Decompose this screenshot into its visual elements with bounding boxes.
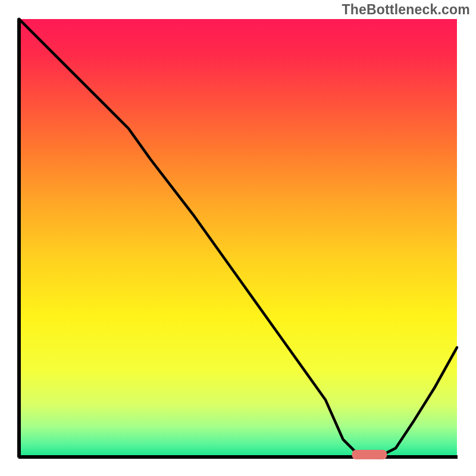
watermark-text: TheBottleneck.com [342,2,470,18]
optimal-marker [352,450,387,459]
bottleneck-chart [0,0,476,476]
